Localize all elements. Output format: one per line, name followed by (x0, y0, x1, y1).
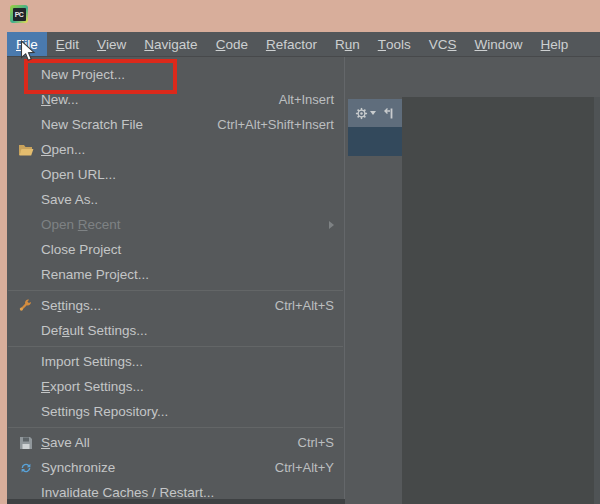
wrench-icon (18, 298, 33, 313)
menu-separator (8, 427, 343, 428)
menu-item-import-settings[interactable]: Import Settings... (7, 349, 344, 374)
floppy-icon (19, 436, 33, 450)
menu-item-label: Save All (41, 435, 90, 450)
menu-item-label: Open URL... (41, 167, 116, 182)
pycharm-logo-text: PC (13, 8, 26, 21)
project-panel-top (345, 57, 600, 97)
menu-item-label: Save As.. (41, 192, 98, 207)
menu-item-shortcut: Ctrl+S (298, 435, 334, 450)
submenu-arrow-icon (329, 221, 334, 229)
project-panel (345, 97, 402, 504)
menu-item-label: Rename Project... (41, 267, 149, 282)
menu-item-shortcut: Ctrl+Alt+Y (275, 460, 334, 475)
menu-item-label: Settings Repository... (41, 404, 168, 419)
sync-icon (19, 461, 33, 475)
menu-item-default-settings[interactable]: Default Settings... (7, 318, 344, 343)
menubar-item-view[interactable]: View (88, 32, 135, 56)
menu-item-save-all[interactable]: Save All Ctrl+S (7, 430, 344, 455)
folder-icon (18, 143, 34, 157)
file-menu-dropdown: New Project... New... Alt+Insert New Scr… (7, 57, 345, 504)
menu-item-label: Open Recent (41, 217, 121, 232)
menu-item-label: New Scratch File (41, 117, 143, 132)
gear-icon[interactable] (355, 107, 376, 120)
menu-item-rename-project[interactable]: Rename Project... (7, 262, 344, 287)
menu-item-label: New... (41, 92, 79, 107)
menu-item-open[interactable]: Open... (7, 137, 344, 162)
collapse-icon[interactable] (383, 107, 395, 120)
menubar-item-navigate[interactable]: Navigate (135, 32, 206, 56)
editor-scrollbar[interactable] (594, 97, 600, 504)
menu-item-shortcut: Alt+Insert (279, 92, 334, 107)
pycharm-logo-icon: PC (10, 5, 28, 23)
titlebar: PC (0, 0, 600, 32)
menubar-item-help[interactable]: Help (532, 32, 578, 56)
menu-item-export-settings[interactable]: Export Settings... (7, 374, 344, 399)
menu-item-save-as[interactable]: Save As.. (7, 187, 344, 212)
menubar-item-vcs[interactable]: VCS (420, 32, 466, 56)
menu-item-settings-repository[interactable]: Settings Repository... (7, 399, 344, 424)
menu-item-shortcut: Ctrl+Alt+Shift+Insert (217, 117, 334, 132)
menu-separator (8, 346, 343, 347)
menubar-item-tools[interactable]: Tools (369, 32, 420, 56)
mouse-cursor-icon (20, 40, 36, 63)
menu-item-label: Close Project (41, 242, 121, 257)
menu-item-synchronize[interactable]: Synchronize Ctrl+Alt+Y (7, 455, 344, 480)
menu-item-open-url[interactable]: Open URL... (7, 162, 344, 187)
menubar-item-run[interactable]: Run (326, 32, 369, 56)
menu-item-open-recent[interactable]: Open Recent (7, 212, 344, 237)
menu-item-label: Default Settings... (41, 323, 148, 338)
menubar-item-edit[interactable]: Edit (47, 32, 88, 56)
menu-item-label: Settings... (41, 298, 101, 313)
menubar-item-window[interactable]: Window (466, 32, 532, 56)
menu-item-settings[interactable]: Settings... Ctrl+Alt+S (7, 293, 344, 318)
menu-item-close-project[interactable]: Close Project (7, 237, 344, 262)
project-toolbar (348, 99, 402, 127)
menubar: File Edit View Navigate Code Refactor Ru… (7, 32, 600, 57)
gear-dropdown-caret-icon (370, 111, 376, 115)
editor-area (402, 97, 600, 504)
menu-item-shortcut: Ctrl+Alt+S (275, 298, 334, 313)
menubar-item-refactor[interactable]: Refactor (257, 32, 326, 56)
menu-item-label: Open... (41, 142, 85, 157)
menu-bottom-strip (7, 499, 345, 504)
menu-item-label: Synchronize (41, 460, 115, 475)
project-selected-item[interactable] (348, 127, 402, 156)
menu-item-label: Import Settings... (41, 354, 143, 369)
menu-separator (8, 290, 343, 291)
highlight-annotation-box (24, 59, 177, 94)
menu-item-new-scratch-file[interactable]: New Scratch File Ctrl+Alt+Shift+Insert (7, 112, 344, 137)
menu-item-label: Export Settings... (41, 379, 144, 394)
menu-item-label: Invalidate Caches / Restart... (41, 485, 214, 500)
menubar-item-code[interactable]: Code (207, 32, 257, 56)
